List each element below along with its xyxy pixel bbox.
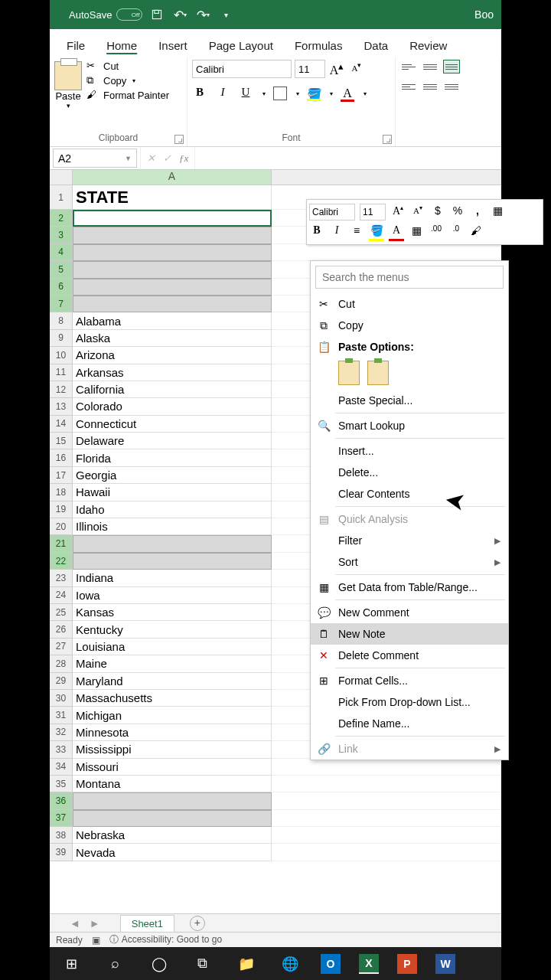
mini-font-select[interactable] bbox=[309, 204, 355, 220]
row-header[interactable]: 6 bbox=[50, 279, 73, 296]
mini-increase-font-icon[interactable]: A▴ bbox=[390, 204, 406, 220]
cell-a37[interactable] bbox=[73, 810, 272, 827]
mini-format-painter-icon[interactable]: 🖌 bbox=[468, 224, 484, 240]
row-header[interactable]: 18 bbox=[50, 484, 73, 501]
align-bottom-icon[interactable] bbox=[443, 60, 460, 74]
cell-a10[interactable]: Arizona bbox=[73, 347, 272, 364]
column-header-a[interactable]: A bbox=[73, 170, 272, 185]
row-header[interactable]: 16 bbox=[50, 449, 73, 466]
tab-review[interactable]: Review bbox=[399, 33, 458, 57]
tab-formulas[interactable]: Formulas bbox=[284, 33, 354, 57]
cell-a2[interactable] bbox=[73, 210, 272, 227]
cell-a13[interactable]: Colorado bbox=[73, 398, 272, 415]
ctx-pick-list[interactable]: Pick From Drop-down List... bbox=[311, 691, 508, 713]
row-header[interactable]: 30 bbox=[50, 690, 73, 707]
cell-a23[interactable]: Indiana bbox=[73, 570, 272, 586]
menu-search-input[interactable] bbox=[315, 266, 504, 289]
fill-dropdown[interactable]: ▾ bbox=[330, 90, 333, 97]
align-left-icon[interactable] bbox=[400, 80, 417, 93]
cell-a34[interactable]: Missouri bbox=[73, 759, 272, 776]
row-header[interactable]: 22 bbox=[50, 553, 73, 570]
macro-record-icon[interactable]: ▣ bbox=[92, 935, 100, 946]
row-header[interactable]: 29 bbox=[50, 673, 73, 690]
undo-icon[interactable]: ↶ ▾ bbox=[171, 6, 188, 23]
excel-icon[interactable]: X bbox=[350, 947, 388, 980]
mini-comma-icon[interactable]: , bbox=[470, 204, 485, 220]
ctx-get-data[interactable]: ▦Get Data from Table/Range... bbox=[311, 577, 508, 598]
row-header[interactable]: 7 bbox=[50, 296, 73, 312]
font-dialog-launcher[interactable] bbox=[383, 135, 392, 144]
accessibility-status[interactable]: ⓘAccessibility: Good to go bbox=[109, 933, 222, 946]
copy-dropdown[interactable]: ▾ bbox=[132, 77, 135, 84]
mini-fill-button[interactable]: 🪣 bbox=[369, 224, 384, 240]
format-painter-button[interactable]: 🖌Format Painter bbox=[86, 89, 182, 101]
row-header[interactable]: 24 bbox=[50, 587, 73, 604]
italic-button[interactable]: I bbox=[215, 86, 230, 101]
cells-rest[interactable] bbox=[272, 759, 501, 776]
ctx-insert[interactable]: Insert... bbox=[311, 440, 508, 462]
mini-currency-icon[interactable]: $ bbox=[430, 204, 445, 220]
cell-a21[interactable] bbox=[73, 535, 272, 552]
cell-a14[interactable]: Connecticut bbox=[73, 416, 272, 433]
task-view-icon[interactable]: ⧉ bbox=[181, 947, 224, 980]
mini-align-icon[interactable]: ≡ bbox=[349, 224, 364, 240]
sheet-nav-prev[interactable]: ◄ bbox=[65, 917, 85, 929]
underline-dropdown[interactable]: ▾ bbox=[262, 90, 266, 97]
underline-button[interactable]: U bbox=[238, 86, 253, 101]
mini-font-color-button[interactable]: A bbox=[389, 224, 404, 240]
tab-file[interactable]: File bbox=[56, 33, 96, 57]
paste-option-keep-source[interactable] bbox=[338, 361, 360, 385]
font-size-select[interactable] bbox=[295, 60, 325, 78]
ctx-delete[interactable]: Delete... bbox=[311, 462, 508, 483]
cell-a38[interactable]: Nebraska bbox=[73, 827, 272, 844]
tab-data[interactable]: Data bbox=[353, 33, 399, 57]
cell-a19[interactable]: Idaho bbox=[73, 501, 272, 518]
row-header[interactable]: 35 bbox=[50, 776, 73, 792]
fill-color-button[interactable]: 🪣 bbox=[307, 87, 321, 100]
cell-a28[interactable]: Maine bbox=[73, 655, 272, 672]
row-header[interactable]: 5 bbox=[50, 261, 73, 278]
row-header[interactable]: 37 bbox=[50, 810, 73, 827]
font-color-dropdown[interactable]: ▾ bbox=[364, 90, 367, 97]
fx-icon[interactable]: ƒx bbox=[179, 152, 188, 165]
formula-bar[interactable] bbox=[195, 147, 501, 169]
cells-rest[interactable] bbox=[272, 776, 501, 792]
cell-a15[interactable]: Delaware bbox=[73, 433, 272, 449]
cancel-icon[interactable]: ✕ bbox=[147, 152, 155, 165]
ctx-smart-lookup[interactable]: 🔍Smart Lookup bbox=[311, 415, 508, 436]
borders-dropdown[interactable]: ▾ bbox=[296, 90, 299, 97]
ctx-delete-comment[interactable]: ✕Delete Comment bbox=[311, 645, 508, 666]
clipboard-dialog-launcher[interactable] bbox=[174, 135, 184, 144]
ctx-clear-contents[interactable]: Clear Contents bbox=[311, 483, 508, 505]
cortana-icon[interactable]: ◯ bbox=[137, 947, 181, 980]
align-middle-icon[interactable] bbox=[422, 60, 439, 74]
cell-a32[interactable]: Minnesota bbox=[73, 724, 272, 741]
row-header[interactable]: 1 bbox=[50, 185, 73, 210]
row-header[interactable]: 25 bbox=[50, 604, 73, 621]
cell-a4[interactable] bbox=[73, 244, 272, 261]
cell-a36[interactable] bbox=[73, 792, 272, 809]
cell-a25[interactable]: Kansas bbox=[73, 604, 272, 621]
mini-decrease-decimal-icon[interactable]: .0 bbox=[448, 224, 464, 240]
cell-a5[interactable] bbox=[73, 261, 272, 278]
redo-icon[interactable]: ↷ ▾ bbox=[194, 6, 211, 23]
row-header[interactable]: 13 bbox=[50, 398, 73, 415]
row-header[interactable]: 27 bbox=[50, 639, 73, 655]
row-header[interactable]: 10 bbox=[50, 347, 73, 364]
powerpoint-icon[interactable]: P bbox=[388, 947, 426, 980]
ctx-define-name[interactable]: Define Name... bbox=[311, 713, 508, 734]
row-header[interactable]: 39 bbox=[50, 844, 73, 861]
cell-a26[interactable]: Kentucky bbox=[73, 621, 272, 638]
ctx-cut[interactable]: ✂Cut bbox=[311, 293, 508, 315]
mini-borders-button[interactable]: ▦ bbox=[409, 224, 424, 240]
cell-a35[interactable]: Montana bbox=[73, 776, 272, 792]
enter-icon[interactable]: ✓ bbox=[163, 152, 171, 165]
tab-page-layout[interactable]: Page Layout bbox=[198, 33, 284, 57]
row-header[interactable]: 17 bbox=[50, 467, 73, 484]
cell-a20[interactable]: Illinois bbox=[73, 518, 272, 535]
row-header[interactable]: 36 bbox=[50, 792, 73, 809]
add-sheet-button[interactable]: + bbox=[190, 916, 205, 931]
align-top-icon[interactable] bbox=[400, 60, 417, 74]
cells-rest[interactable] bbox=[272, 810, 501, 827]
mini-italic-button[interactable]: I bbox=[329, 224, 344, 240]
